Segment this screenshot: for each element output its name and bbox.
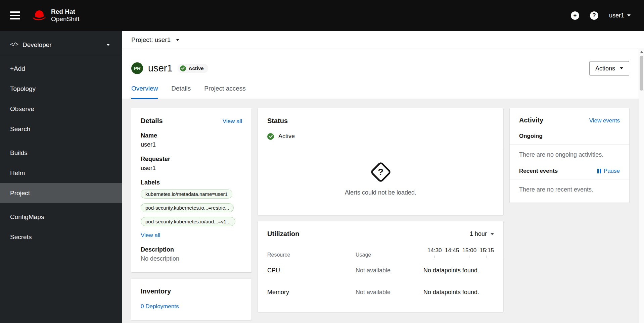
scrollbar-thumb[interactable] [640,56,643,91]
pause-events-button[interactable]: Pause [597,168,620,174]
inventory-card: Inventory 0 Deployments [131,279,251,320]
sidebar-item-project[interactable]: Project [0,183,122,203]
project-selector[interactable]: Project: user1 [122,31,644,49]
inventory-card-title: Inventory [141,287,171,295]
check-circle-icon [267,133,274,140]
perspective-label: Developer [22,41,52,49]
chevron-down-icon [627,14,631,16]
resource-usage: Not available [356,289,423,296]
sidebar-item-add[interactable]: +Add [0,59,122,79]
time-tick-label: 14:30 [427,247,442,254]
sidebar-item-builds[interactable]: Builds [0,143,122,163]
duration-value: 1 hour [470,230,487,237]
description-value: No description [141,255,242,262]
tab-bar: Overview Details Project access [122,85,639,99]
redhat-logo-icon [32,9,47,21]
sidebar-item-configmaps[interactable]: ConfigMaps [0,207,122,227]
details-card-title: Details [141,117,163,125]
status-card-title: Status [267,117,288,125]
recent-events-heading: Recent events [519,168,558,174]
duration-dropdown[interactable]: 1 hour [470,230,494,237]
label-pill[interactable]: kubernetes.io/metadata.name=user1 [141,190,232,199]
chevron-down-icon [176,39,179,41]
view-events-link[interactable]: View events [589,117,620,124]
no-recent-message: There are no recent events. [510,186,629,193]
no-ongoing-message: There are no ongoing activities. [510,151,629,158]
utilization-card-title: Utilization [267,230,300,238]
labels-view-all-link[interactable]: View all [141,232,160,239]
unknown-status-icon: ? [370,161,392,183]
chevron-down-icon [620,67,623,69]
utilization-card: Utilization 1 hour Resource Usage 14:30 … [258,221,503,312]
activity-card: Activity View events Ongoing There are n… [510,108,629,203]
time-tick-label: 14:45 [445,247,459,254]
sidebar-item-topology[interactable]: Topology [0,79,122,99]
time-tick-label: 15:15 [479,247,494,254]
sidebar-item-search[interactable]: Search [0,119,122,139]
project-selector-label: Project: user1 [131,36,171,44]
username: user1 [609,12,624,19]
resource-usage: Not available [356,267,423,274]
scroll-up-arrow-icon[interactable] [640,51,643,53]
main-area: Project: user1 PR user1 Active Actions [122,31,644,323]
label-pill[interactable]: pod-security.kubernetes.io...=restric... [141,203,234,212]
check-circle-icon [180,65,186,71]
sidebar-item-helm[interactable]: Helm [0,163,122,183]
resource-column-header: Resource [267,252,356,258]
status-badge-label: Active [189,65,204,71]
name-value: user1 [141,141,242,148]
time-axis: 14:30 14:45 15:00 15:15 [423,247,494,258]
activity-card-title: Activity [519,116,543,124]
description-label: Description [141,246,242,253]
ongoing-heading: Ongoing [510,133,629,140]
page-title: user1 [148,63,173,74]
sidebar-nav: </> Developer +Add Topology Observe Sear… [0,31,122,323]
status-badge: Active [178,64,208,73]
sidebar-item-secrets[interactable]: Secrets [0,227,122,247]
resource-datapoints: No datapoints found. [423,289,494,296]
perspective-switcher[interactable]: </> Developer [0,35,122,55]
requester-value: user1 [141,165,242,172]
page-header: PR user1 Active Actions Overview Details… [122,49,639,99]
chevron-down-icon [491,233,494,235]
chevron-down-icon [106,44,110,46]
time-tick-label: 15:00 [462,247,477,254]
project-resource-badge: PR [131,62,143,74]
alerts-error-message: Alerts could not be loaded. [345,189,416,196]
usage-column-header: Usage [356,252,423,258]
actions-button-label: Actions [595,65,615,72]
add-circle-icon[interactable]: + [571,11,579,20]
details-card: Details View all Name user1 Requester us… [131,108,251,272]
resource-name: Memory [267,289,356,296]
pause-icon [597,169,601,173]
resource-datapoints: No datapoints found. [423,267,494,274]
labels-label: Labels [141,179,242,186]
help-circle-icon[interactable]: ? [590,11,598,20]
overview-dashboard: Details View all Name user1 Requester us… [122,99,639,323]
details-view-all-link[interactable]: View all [223,118,242,125]
code-icon: </> [10,42,18,48]
tab-details[interactable]: Details [171,85,191,99]
sidebar-item-observe[interactable]: Observe [0,99,122,119]
masthead: Red Hat OpenShift + ? user1 [0,0,644,31]
scrollbar[interactable] [639,49,644,323]
redhat-openshift-logo: Red Hat OpenShift [32,8,80,23]
status-state: Active [278,133,295,140]
actions-button[interactable]: Actions [589,61,629,75]
menu-toggle-icon[interactable] [10,9,20,21]
status-card: Status Active ? Alerts could not be load [258,108,503,215]
deployments-link[interactable]: 0 Deployments [141,303,179,310]
logo-line1: Red Hat [51,8,80,15]
tab-overview[interactable]: Overview [131,85,158,99]
pause-button-label: Pause [604,168,620,174]
resource-name: CPU [267,267,356,274]
user-menu[interactable]: user1 [609,12,631,19]
requester-label: Requester [141,156,242,163]
utilization-row-memory: Memory Not available No datapoints found… [267,280,494,302]
name-label: Name [141,132,242,139]
utilization-row-cpu: CPU Not available No datapoints found. [267,258,494,280]
tab-project-access[interactable]: Project access [204,85,246,99]
logo-line2: OpenShift [51,15,80,23]
label-pill[interactable]: pod-security.kubernetes.io/aud...=v1... [141,217,235,226]
